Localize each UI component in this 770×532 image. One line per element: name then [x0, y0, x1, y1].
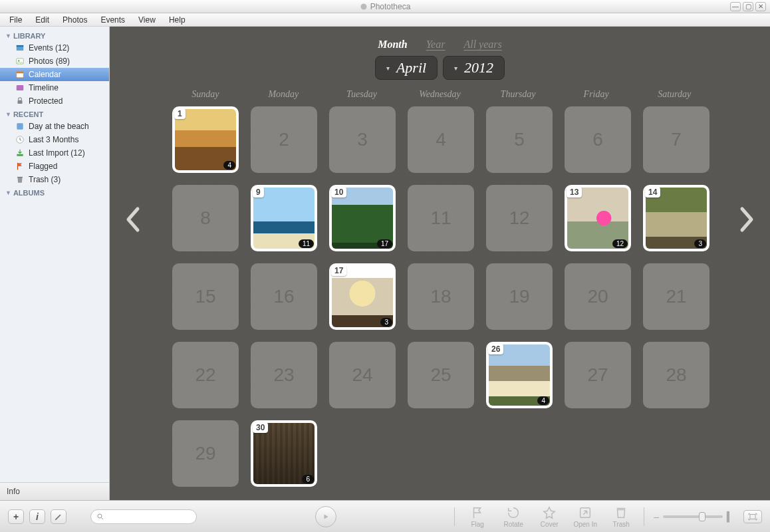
day-number: 27: [587, 364, 608, 386]
menu-help[interactable]: Help: [164, 14, 191, 26]
sidebar-item[interactable]: Trash (3): [0, 173, 109, 186]
calendar-day-with-photos[interactable]: 143: [643, 185, 709, 251]
view-switch: Month Year All years: [110, 27, 770, 56]
year-selector[interactable]: ▾ 2012: [443, 56, 505, 80]
sidebar-item[interactable]: Photos (89): [0, 55, 109, 68]
calendar-day-empty[interactable]: 5: [486, 106, 553, 173]
sidebar-section-header[interactable]: ▼RECENT: [0, 108, 109, 120]
calendar-day-with-photos[interactable]: 14: [172, 106, 239, 173]
calendar-day-empty[interactable]: 15: [172, 263, 239, 330]
day-number: 8: [200, 207, 211, 229]
add-button[interactable]: +: [8, 509, 24, 524]
sidebar-item-label: Trash (3): [29, 175, 61, 184]
calendar-day-with-photos[interactable]: 306: [251, 420, 317, 487]
menu-events[interactable]: Events: [95, 14, 130, 26]
photo-count-badge: 6: [302, 475, 314, 483]
calendar-day-empty[interactable]: 6: [565, 106, 631, 173]
calendar-day-with-photos[interactable]: 173: [329, 263, 396, 330]
calendar-day-empty[interactable]: 7: [643, 106, 709, 173]
minimize-button[interactable]: —: [730, 2, 741, 11]
calendar-day-empty[interactable]: 11: [408, 185, 474, 251]
sidebar-item[interactable]: Calendar: [0, 68, 109, 81]
sidebar-item[interactable]: Flagged: [0, 160, 109, 173]
calendar-day-empty[interactable]: 21: [643, 263, 709, 330]
sidebar-section-header[interactable]: ▼LIBRARY: [0, 29, 109, 41]
calendar-day-empty[interactable]: 2: [251, 106, 317, 173]
day-number: 29: [195, 443, 215, 464]
sidebar-item[interactable]: Day at the beach: [0, 120, 109, 133]
calendar-day-empty[interactable]: 16: [251, 263, 317, 330]
trash-icon: [614, 505, 628, 520]
calendar-day-empty[interactable]: 25: [408, 342, 474, 408]
menu-bar: File Edit Photos Events View Help: [0, 13, 770, 27]
info-panel-header[interactable]: Info: [0, 482, 109, 500]
album-icon: [15, 122, 25, 132]
fullscreen-button[interactable]: [743, 510, 762, 523]
calendar-day-empty[interactable]: 28: [643, 342, 709, 408]
sidebar-item-label: Events (12): [29, 43, 69, 53]
calendar-day-empty[interactable]: 27: [565, 342, 631, 408]
prev-month-button[interactable]: [110, 106, 156, 233]
sidebar-item[interactable]: Last Import (12): [0, 146, 109, 160]
calendar-day-empty[interactable]: 29: [172, 420, 239, 487]
tool-openin[interactable]: Open In: [572, 505, 598, 528]
sidebar-item[interactable]: Protected: [0, 94, 109, 108]
menu-view[interactable]: View: [133, 14, 161, 26]
calendar-day-empty[interactable]: 3: [329, 106, 396, 173]
zoom-slider[interactable]: –▍: [654, 511, 734, 522]
day-number: 2: [279, 129, 289, 150]
calendar-day-empty[interactable]: 24: [329, 342, 396, 408]
day-number: 24: [352, 364, 372, 386]
sidebar-item[interactable]: Timeline: [0, 81, 109, 94]
calendar-day-empty[interactable]: 12: [486, 185, 553, 251]
tool-rotate[interactable]: Rotate: [500, 505, 527, 528]
calendar-day-empty[interactable]: 18: [408, 263, 474, 330]
import-icon: [15, 148, 25, 158]
calendar-day-empty[interactable]: 23: [251, 342, 317, 408]
maximize-button[interactable]: ▢: [743, 2, 753, 11]
zoom-out-icon: –: [654, 511, 659, 522]
day-number: 18: [430, 286, 451, 307]
sidebar-item[interactable]: Last 3 Months: [0, 133, 109, 146]
month-year-picker: ▾ April ▾ 2012: [110, 56, 770, 80]
menu-edit[interactable]: Edit: [30, 14, 55, 26]
tab-month[interactable]: Month: [378, 39, 407, 51]
photo-count-badge: 3: [380, 318, 392, 327]
menu-photos[interactable]: Photos: [57, 14, 92, 26]
tool-label: Flag: [471, 521, 483, 528]
calendar-day-empty[interactable]: 19: [486, 263, 553, 330]
tab-all-years[interactable]: All years: [463, 39, 501, 51]
sidebar-section-header[interactable]: ▼ALBUMS: [0, 186, 109, 198]
calendar-day-empty[interactable]: 8: [172, 185, 239, 251]
sidebar-item-label: Flagged: [29, 162, 57, 171]
calendar-day-empty[interactable]: 20: [565, 263, 631, 330]
calendar-day-empty[interactable]: 22: [172, 342, 239, 408]
calendar-day-with-photos[interactable]: 264: [486, 342, 553, 408]
svg-line-14: [102, 517, 104, 519]
calendar-day-with-photos[interactable]: 911: [251, 185, 317, 251]
edit-button[interactable]: [51, 509, 66, 524]
clock-icon: [15, 135, 25, 145]
close-button[interactable]: ✕: [755, 2, 766, 11]
protected-icon: [15, 96, 25, 106]
svg-point-13: [98, 514, 102, 518]
play-button[interactable]: [315, 506, 336, 527]
tab-year[interactable]: Year: [426, 39, 446, 51]
tool-flag[interactable]: Flag: [464, 505, 491, 528]
calendar-day-with-photos[interactable]: 1017: [329, 185, 396, 251]
search-input[interactable]: [90, 509, 197, 524]
month-selector[interactable]: ▾ April: [375, 56, 438, 80]
svg-rect-11: [17, 154, 23, 156]
sidebar-item-label: Protected: [29, 96, 63, 106]
next-month-button[interactable]: [723, 106, 770, 233]
tool-cover[interactable]: Cover: [536, 505, 563, 528]
calendar-day-with-photos[interactable]: 1312: [565, 185, 631, 251]
sidebar-item[interactable]: Events (12): [0, 41, 109, 55]
svg-rect-16: [750, 514, 755, 519]
info-button[interactable]: i: [29, 509, 45, 524]
tool-trash[interactable]: Trash: [608, 505, 634, 528]
menu-file[interactable]: File: [4, 14, 27, 26]
calendar-day-empty[interactable]: 4: [408, 106, 474, 173]
day-number-badge: 9: [253, 187, 264, 198]
sidebar-item-label: Last Import (12): [29, 148, 85, 158]
